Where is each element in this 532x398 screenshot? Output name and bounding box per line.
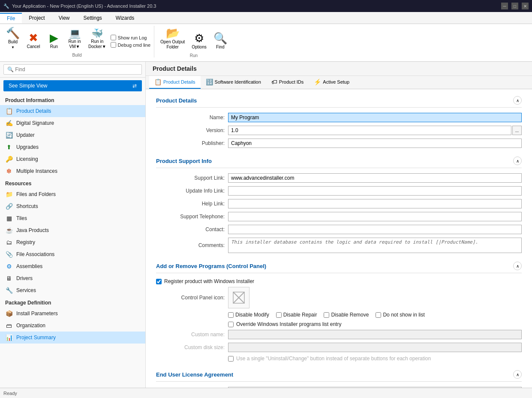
build-button[interactable]: 🔨 Build ▼ [3, 26, 22, 51]
sidebar-item-file-associations[interactable]: 📎 File Associations [0, 248, 145, 260]
product-details-icon: 📋 [5, 107, 13, 115]
arp-title-text: Add or Remove Programs (Control Panel) [156, 263, 266, 269]
run-button[interactable]: ▶ Run [45, 30, 63, 51]
sidebar-item-install-parameters[interactable]: 📦 Install Parameters [0, 308, 145, 320]
product-details-collapse-btn[interactable]: ∧ [513, 96, 522, 105]
sidebar-item-registry[interactable]: 🗂 Registry [0, 236, 145, 248]
version-browse-btn[interactable]: ... [512, 126, 522, 135]
version-row: Version: ... [156, 126, 522, 135]
sidebar-item-digital-signature[interactable]: ✍ Digital Signature [0, 117, 145, 129]
close-button[interactable]: ✕ [522, 3, 529, 9]
tab-software-id[interactable]: 🔢 Software Identification [201, 76, 266, 89]
menu-wizards[interactable]: Wizards [109, 13, 141, 23]
run-docker-icon: 🐳 [91, 29, 103, 38]
simple-view-button[interactable]: See Simple View ⇄ [3, 80, 142, 91]
organization-icon: 🗃 [5, 322, 13, 329]
find-label: Find [216, 45, 224, 50]
name-input[interactable] [228, 113, 522, 122]
sidebar-item-shortcuts[interactable]: 🔗 Shortcuts [0, 200, 145, 212]
sidebar-item-java-products[interactable]: ☕ Java Products [0, 224, 145, 236]
publisher-input[interactable] [228, 139, 522, 148]
icon-placeholder[interactable] [228, 287, 249, 308]
single-button-check[interactable] [228, 356, 234, 362]
contact-input[interactable] [228, 225, 522, 234]
sidebar-item-upgrades[interactable]: ⬆ Upgrades [0, 141, 145, 153]
arp-collapse-btn[interactable]: ∧ [513, 262, 522, 270]
run-group-label: Run [158, 51, 230, 58]
support-link-input[interactable] [228, 173, 522, 183]
files-folders-label: Files and Folders [16, 191, 56, 197]
tab-product-ids[interactable]: 🏷 Product IDs [266, 76, 309, 89]
content-tabs: 📋 Product Details 🔢 Software Identificat… [146, 76, 532, 89]
ribbon-checks: Show run Log Debug cmd line [111, 31, 150, 51]
sidebar-item-services[interactable]: 🔧 Services [0, 284, 145, 296]
show-run-log-check-label[interactable]: Show run Log [111, 35, 150, 40]
open-output-button[interactable]: 📂 Open OutputFolder [158, 26, 187, 51]
help-link-input[interactable] [228, 199, 522, 208]
version-input[interactable] [228, 126, 511, 135]
register-product-check[interactable] [156, 279, 162, 284]
status-bar: Ready [0, 388, 532, 398]
organization-label: Organization [16, 323, 45, 329]
sidebar-item-product-details[interactable]: 📋 Product Details [0, 105, 145, 117]
license-input[interactable] [228, 387, 522, 388]
product-details-section-title: Product Details ∧ [156, 96, 522, 108]
arp-section-title: Add or Remove Programs (Control Panel) ∧ [156, 262, 522, 273]
disable-remove-check[interactable] [324, 312, 329, 318]
run-docker-button[interactable]: 🐳 Run inDocker▼ [86, 27, 109, 51]
sidebar-item-assemblies[interactable]: ⚙ Assemblies [0, 260, 145, 272]
cancel-icon: ✖ [29, 32, 38, 43]
sidebar-item-multiple-instances[interactable]: ❇ Multiple Instances [0, 165, 145, 177]
run-vm-button[interactable]: 💻 Run inVM▼ [65, 27, 84, 51]
eula-collapse-btn[interactable]: ∧ [513, 370, 522, 379]
find-button[interactable]: 🔍 Find [211, 31, 230, 51]
sidebar-item-licensing[interactable]: 🔑 Licensing [0, 153, 145, 165]
options-button[interactable]: ⚙ Options [189, 31, 209, 51]
do-not-show-check-label[interactable]: Do not show in list [376, 312, 424, 318]
custom-disk-size-input[interactable] [228, 343, 522, 352]
section-header-package-definition: Package Definition [0, 296, 145, 308]
sidebar-item-organization[interactable]: 🗃 Organization [0, 320, 145, 332]
control-panel-icon-label: Control Panel icon: [156, 295, 225, 301]
shortcuts-icon: 🔗 [5, 202, 13, 210]
ribbon-run-buttons: 📂 Open OutputFolder ⚙ Options 🔍 Find [158, 26, 230, 51]
sidebar-search-input[interactable] [3, 64, 142, 75]
debug-cmd-check-label[interactable]: Debug cmd line [111, 42, 150, 48]
disable-repair-check[interactable] [276, 312, 282, 318]
support-telephone-input[interactable] [228, 212, 522, 221]
custom-name-input[interactable] [228, 330, 522, 339]
menu-settings[interactable]: Settings [77, 13, 109, 23]
support-collapse-btn[interactable]: ∧ [513, 157, 522, 165]
sidebar-item-project-summary[interactable]: 📊 Project Summary [0, 332, 145, 344]
disable-modify-check[interactable] [228, 312, 234, 318]
digital-signature-icon: ✍ [5, 119, 13, 127]
run-vm-icon: 💻 [69, 29, 81, 38]
override-check[interactable] [228, 322, 234, 327]
disable-repair-check-label[interactable]: Disable Repair [276, 312, 317, 318]
tab-product-details[interactable]: 📋 Product Details [149, 76, 201, 89]
menu-view[interactable]: View [52, 13, 77, 23]
cancel-button[interactable]: ✖ Cancel [24, 30, 43, 51]
sidebar-item-drivers[interactable]: 🖥 Drivers [0, 272, 145, 284]
product-support-section: Product Support Info ∧ Support Link: Upd… [156, 157, 522, 253]
maximize-button[interactable]: □ [511, 3, 518, 9]
minimize-button[interactable]: ─ [501, 3, 508, 9]
upgrades-label: Upgrades [16, 144, 39, 150]
update-info-input[interactable] [228, 186, 522, 196]
support-link-row: Support Link: [156, 173, 522, 183]
menu-project[interactable]: Project [22, 13, 51, 23]
run-docker-label: Run inDocker▼ [88, 39, 106, 49]
sidebar-item-tiles[interactable]: ▦ Tiles [0, 212, 145, 224]
show-run-log-check[interactable] [111, 35, 116, 40]
do-not-show-check[interactable] [376, 312, 381, 318]
menu-file[interactable]: File [0, 13, 22, 23]
disable-repair-label: Disable Repair [283, 312, 317, 318]
sidebar-item-files-folders[interactable]: 📁 Files and Folders [0, 188, 145, 200]
tab-active-setup[interactable]: ⚡ Active Setup [309, 76, 355, 89]
comments-textarea[interactable]: This installer database contains the log… [228, 238, 522, 253]
disable-modify-check-label[interactable]: Disable Modify [228, 312, 269, 318]
sidebar-item-updater[interactable]: 🔄 Updater [0, 129, 145, 141]
disable-remove-check-label[interactable]: Disable Remove [324, 312, 369, 318]
eula-section-title: End User License Agreement ∧ [156, 370, 522, 382]
debug-cmd-check[interactable] [111, 42, 116, 48]
